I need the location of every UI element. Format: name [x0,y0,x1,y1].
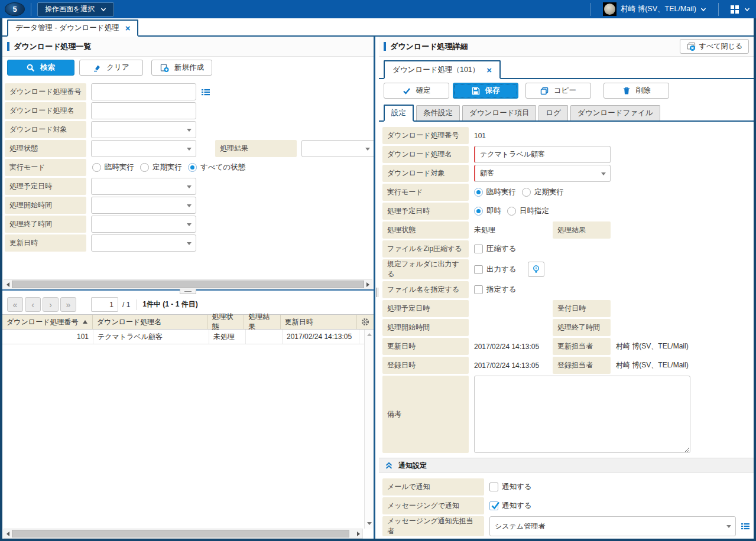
radio-all-states[interactable] [188,163,197,172]
table-horizontal-scrollbar[interactable] [4,529,363,539]
folder-checkbox[interactable] [474,265,483,274]
process-no-input[interactable] [91,83,196,100]
remarks-textarea[interactable] [474,376,690,453]
process-name-input[interactable] [91,102,196,119]
last-page-button[interactable]: » [60,297,76,312]
mail-notify-checkbox[interactable] [489,483,498,491]
search-button[interactable]: 検索 [7,60,74,76]
scheduled-select[interactable] [91,178,196,195]
scroll-up-arrow[interactable] [367,333,372,336]
radio-periodic-exec[interactable] [140,163,149,172]
start-time-label: 処理開始時間 [382,319,469,336]
page-number-input[interactable]: 1 [91,297,118,312]
tab-download-files[interactable]: ダウンロードファイル [570,105,660,120]
tab-settings[interactable]: 設定 [384,105,414,122]
form-horizontal-scrollbar[interactable] [4,279,372,289]
end-time-label: 処理終了時間 [553,319,611,336]
tab-download-items[interactable]: ダウンロード項目 [462,105,536,120]
column-settings-button[interactable] [357,315,374,329]
filename-checkbox[interactable] [474,285,483,294]
user-menu[interactable]: 村崎 博(SV、TEL/Mail) [603,2,706,16]
prev-page-button[interactable]: ‹ [25,297,41,312]
eraser-icon [93,64,101,72]
radio-temporary-exec[interactable] [474,188,483,197]
detail-row-status: 処理状態 未処理 処理結果 [382,221,750,239]
horizontal-splitter[interactable] [2,289,374,295]
delete-button[interactable]: 削除 [603,83,669,99]
form-row-start-time: 処理開始時間 [5,197,374,214]
column-header-result[interactable]: 処理結果 [244,315,281,329]
detail-tab-strip: ダウンロード処理（101） × [379,57,754,79]
tab-close-icon[interactable]: × [125,24,131,32]
results-table-header: ダウンロード処理番号 ダウンロード処理名 処理状態 処理結果 更新日時 [2,314,374,330]
target-select[interactable] [91,121,196,138]
updater-value: 村崎 博(SV、TEL/Mail) [616,338,689,355]
close-all-button[interactable]: すべて閉じる [680,39,749,54]
process-name-input[interactable]: テクマトラベル顧客 [474,146,611,163]
status-label: 処理状態 [382,221,469,239]
create-new-button[interactable]: 新規作成 [151,60,212,76]
radio-immediate[interactable] [474,207,483,216]
copy-button[interactable]: コピー [525,83,591,99]
radio-label-all-states: すべての状態 [200,162,245,172]
splitter-grip[interactable] [180,289,196,294]
list-picker-icon[interactable] [201,87,210,97]
notification-form: メールで通知 通知する メッセージングで通知 [379,473,754,539]
scroll-down-arrow[interactable] [367,522,372,525]
table-vertical-scrollbar[interactable] [364,330,374,529]
form-row-scheduled: 処理予定日時 [5,178,374,195]
tab-close-icon[interactable]: × [486,66,492,74]
table-row[interactable]: 101 テクマトラベル顧客 未処理 2017/02/24 14:13:05 [2,330,374,344]
scheduled-radio-group: 即時 日時指定 [474,203,555,220]
header-accent-bar [384,42,386,51]
list-picker-icon[interactable] [741,522,750,531]
scrollbar-thumb[interactable] [12,530,349,537]
check-icon [403,87,411,95]
updated-select[interactable] [91,234,196,252]
notification-section-header[interactable]: 通知設定 [379,458,754,473]
column-header-process-no[interactable]: ダウンロード処理番号 [2,315,93,329]
registered-value: 2017/02/24 14:13:05 [474,357,547,374]
updated-label: 更新日時 [5,234,86,252]
splitter-grip[interactable] [376,288,378,297]
scroll-right-arrow[interactable] [366,282,369,287]
scroll-left-arrow[interactable] [7,282,9,287]
start-time-select[interactable] [91,197,196,214]
cell-process-no: 101 [2,330,93,344]
hint-button[interactable] [528,262,544,277]
tab-condition-settings[interactable]: 条件設定 [416,105,460,120]
clear-button[interactable]: クリア [79,60,143,76]
scroll-left-arrow[interactable] [7,532,9,536]
column-header-process-name[interactable]: ダウンロード処理名 [93,315,208,329]
detail-row-zip: ファイルをZip圧縮する 圧縮する [382,240,750,258]
zip-checkbox[interactable] [474,245,483,253]
scroll-right-arrow[interactable] [357,532,360,536]
dropdown-arrow-icon [187,242,192,245]
end-time-select[interactable] [91,216,196,233]
dropdown-arrow-icon [187,129,192,132]
column-header-status[interactable]: 処理状態 [208,315,245,329]
scrollbar-thumb[interactable] [12,281,364,288]
radio-label-temporary: 臨時実行 [486,187,516,197]
tab-data-management-download[interactable]: データ管理 - ダウンロード処理 × [7,19,138,37]
save-button[interactable]: 保存 [453,83,518,99]
confirm-button[interactable]: 確定 [384,83,449,99]
chevron-down-icon [700,6,706,12]
radio-periodic-exec[interactable] [522,188,531,197]
topbar-right: 村崎 博(SV、TEL/Mail) [585,2,750,16]
status-select[interactable] [91,140,196,157]
messaging-notify-checkbox[interactable] [489,501,498,510]
radio-datetime-specified[interactable] [507,207,516,216]
target-select[interactable]: 顧客 [474,165,611,182]
column-header-updated[interactable]: 更新日時 [281,315,357,329]
first-page-button[interactable]: « [7,297,23,312]
screen-select-button[interactable]: 操作画面を選択 [37,2,114,17]
apps-menu[interactable] [731,5,750,14]
next-page-button[interactable]: › [43,297,59,312]
tab-log[interactable]: ログ [538,105,568,120]
tab-download-process-101[interactable]: ダウンロード処理（101） × [384,60,501,79]
result-select[interactable] [301,140,374,157]
radio-label-temporary: 臨時実行 [105,162,134,172]
recipient-select[interactable]: システム管理者 [489,516,736,536]
radio-temporary-exec[interactable] [92,163,101,172]
